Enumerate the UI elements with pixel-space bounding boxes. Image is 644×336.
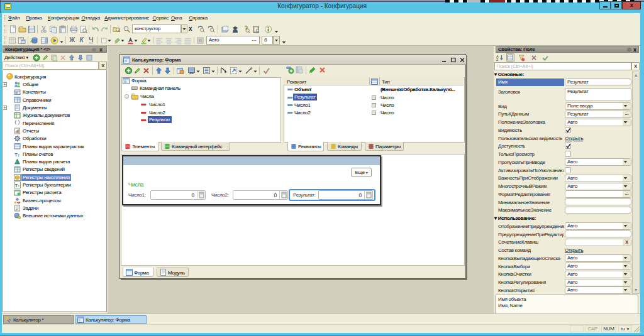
svg-text:т: т	[18, 153, 20, 158]
svg-text:Z: Z	[496, 58, 499, 62]
